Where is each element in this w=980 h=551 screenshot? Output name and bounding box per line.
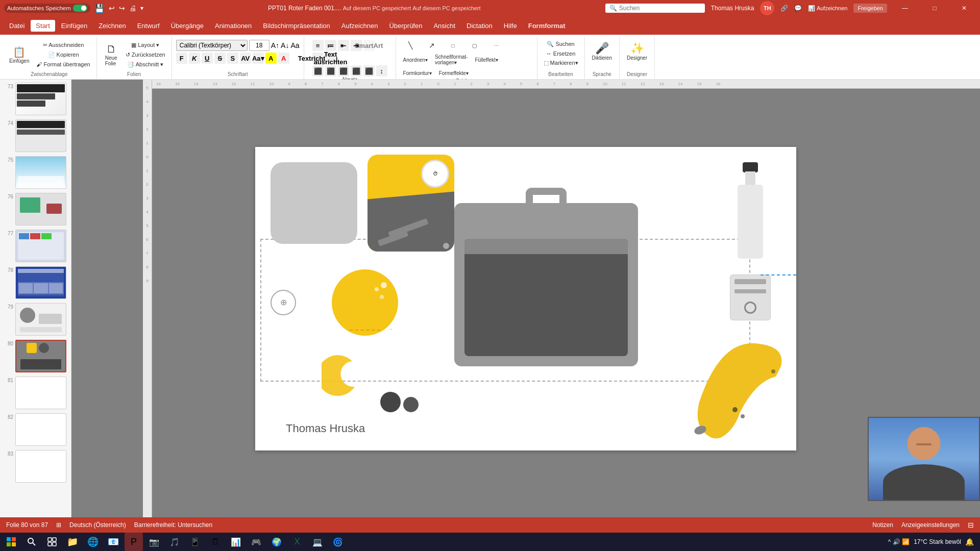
menu-entwurf[interactable]: Entwurf [132, 20, 165, 32]
taskbar-powerpoint[interactable]: P [125, 533, 143, 551]
display-settings-button[interactable]: Anzeigeeinstellungen [901, 521, 960, 529]
shape-rounded[interactable]: ▢ [464, 40, 485, 51]
highlight-button[interactable]: A [265, 53, 277, 64]
user-avatar[interactable]: TH [760, 1, 774, 15]
water-bottle[interactable] [735, 162, 766, 264]
banana-shape[interactable] [694, 341, 786, 443]
arrange-button[interactable]: Anordnen▾ [400, 52, 431, 67]
close-button[interactable]: ✕ [952, 0, 976, 16]
small-device[interactable] [730, 274, 771, 320]
maximize-button[interactable]: □ [923, 0, 946, 16]
yellow-app-icon[interactable]: ⏱ [368, 155, 454, 252]
taskbar-app6[interactable]: 🎮 [247, 533, 265, 551]
section-button[interactable]: 📑 Abschnitt ▾ [124, 60, 167, 69]
decrease-indent-button[interactable]: ⇤ [338, 40, 349, 51]
menu-dictation[interactable]: Dictation [461, 20, 498, 32]
print-icon[interactable]: 🖨 [129, 4, 136, 12]
font-family-select[interactable]: Calibri (Textkörper) [176, 40, 248, 51]
quick-styles-button[interactable]: Schnellformat-vorlagen▾ [432, 52, 471, 67]
menu-zeichnen[interactable]: Zeichnen [93, 20, 131, 32]
shape-rect[interactable]: □ [443, 40, 463, 51]
language-info[interactable]: Deutsch (Österreich) [69, 521, 126, 529]
autosave-pill[interactable] [73, 5, 87, 12]
taskbar-outlook[interactable]: 📧 [104, 533, 122, 551]
redo-icon[interactable]: ↪ [119, 4, 125, 12]
black-circle-2[interactable] [403, 397, 419, 412]
cut-button[interactable]: ✂ Ausschneiden [34, 41, 92, 49]
search-input[interactable] [619, 5, 701, 12]
minimize-button[interactable]: — [893, 0, 917, 16]
crescent-shape[interactable] [322, 351, 362, 397]
view-normal-icon[interactable]: ⊟ [968, 521, 974, 529]
slide-thumb-75[interactable]: 75 [2, 155, 69, 190]
case-button[interactable]: Aa▾ [253, 53, 264, 64]
justify-button[interactable]: ⬛ [351, 65, 362, 77]
underline-button[interactable]: U [202, 53, 213, 64]
align-text-button[interactable]: Text ausrichten [325, 53, 336, 64]
italic-button[interactable]: K [189, 53, 200, 64]
char-spacing-button[interactable]: AV [240, 53, 251, 64]
outline-button[interactable]: Formkontur▾ [400, 68, 435, 78]
taskbar-app3[interactable]: 📱 [186, 533, 204, 551]
yellow-circle[interactable]: → [332, 269, 398, 336]
save-icon[interactable]: 💾 [94, 4, 105, 13]
font-size-down-icon[interactable]: A↓ [281, 41, 289, 49]
slide-thumb-83[interactable]: 83 [2, 449, 69, 484]
new-slide-button[interactable]: 🗋 NeueFolie [101, 41, 121, 68]
shape-tool-2[interactable]: ↗ [422, 40, 442, 51]
dictate-button[interactable]: 🎤 Diktieren [589, 40, 615, 63]
menu-hilfe[interactable]: Hilfe [499, 20, 522, 32]
task-view-button[interactable] [43, 533, 61, 551]
taskbar-app1[interactable]: 📷 [145, 533, 163, 551]
slide-thumb-77[interactable]: 77 [2, 229, 69, 263]
slide-thumb-74[interactable]: 74 [2, 118, 69, 153]
shape-more[interactable]: ⋯ [486, 40, 506, 51]
slide-thumb-82[interactable]: 82 [2, 412, 69, 447]
taskbar-search[interactable] [22, 533, 41, 551]
align-left-button[interactable]: ⬛ [312, 65, 324, 77]
menu-bildschirm[interactable]: Bildschirmpräsentation [258, 20, 335, 32]
autosave-toggle[interactable]: Automatisches Speichern [4, 4, 90, 13]
notification-icon[interactable]: 🔔 [965, 538, 974, 546]
search-box[interactable]: 🔍 [605, 4, 705, 13]
shadow-button[interactable]: S [227, 53, 238, 64]
taskbar-app5[interactable]: 📊 [227, 533, 245, 551]
clear-format-icon[interactable]: Aa [290, 41, 299, 49]
fill-button[interactable]: Fülleffekt▾ [472, 52, 501, 67]
reset-button[interactable]: ↺ Zurücksetzen [124, 51, 167, 59]
taskbar-app8[interactable]: 💻 [308, 533, 327, 551]
menu-einfuegen[interactable]: Einfügen [56, 20, 92, 32]
align-right-button[interactable]: ⬛ [338, 65, 349, 77]
designer-button[interactable]: ✨ Designer [624, 40, 650, 63]
columns-button[interactable]: ⬛ [363, 65, 375, 77]
menu-aufzeichen[interactable]: Aufzeichnen [336, 20, 383, 32]
black-circle-1[interactable] [380, 392, 401, 412]
align-center-button[interactable]: ⬛ [325, 65, 336, 77]
menu-start[interactable]: Start [31, 20, 55, 32]
comments-icon[interactable]: 💬 [794, 5, 802, 12]
menu-datei[interactable]: Datei [4, 20, 30, 32]
menu-formformat[interactable]: Formformat [523, 20, 571, 32]
undo-icon[interactable]: ↩ [109, 4, 115, 12]
taskbar-app7[interactable]: 🌍 [267, 533, 286, 551]
effect-button[interactable]: Formeffekte▾ [436, 68, 472, 78]
taskbar-chrome[interactable]: 🌐 [84, 533, 102, 551]
share-icon[interactable]: 🔗 [780, 5, 788, 12]
font-size-input[interactable] [249, 40, 270, 51]
select-button[interactable]: ⬚ Markieren▾ [542, 59, 580, 67]
slide-thumb-80[interactable]: 80 [2, 339, 69, 373]
slide-thumb-76[interactable]: 76 [2, 192, 69, 227]
bullet-list-button[interactable]: ≡ [312, 40, 324, 51]
slide-thumb-78[interactable]: 78 [2, 265, 69, 300]
gray-rounded-rect[interactable] [271, 162, 357, 244]
notes-button[interactable]: Notizen [872, 521, 893, 529]
line-spacing-button[interactable]: ↕ [376, 65, 387, 77]
accessibility-info[interactable]: Barrierefreiheit: Untersuchen [134, 521, 212, 529]
search-button[interactable]: 🔍 Suchen [542, 40, 580, 48]
slide-canvas[interactable]: ⏱ [255, 147, 796, 450]
start-button[interactable] [2, 533, 20, 551]
taskbar-file-explorer[interactable]: 📁 [63, 533, 82, 551]
cross-circle[interactable]: ⊕ [271, 290, 296, 315]
slide-thumb-73[interactable]: 73 [2, 82, 69, 116]
paste-button[interactable]: 📋 Einfügen [6, 44, 32, 66]
